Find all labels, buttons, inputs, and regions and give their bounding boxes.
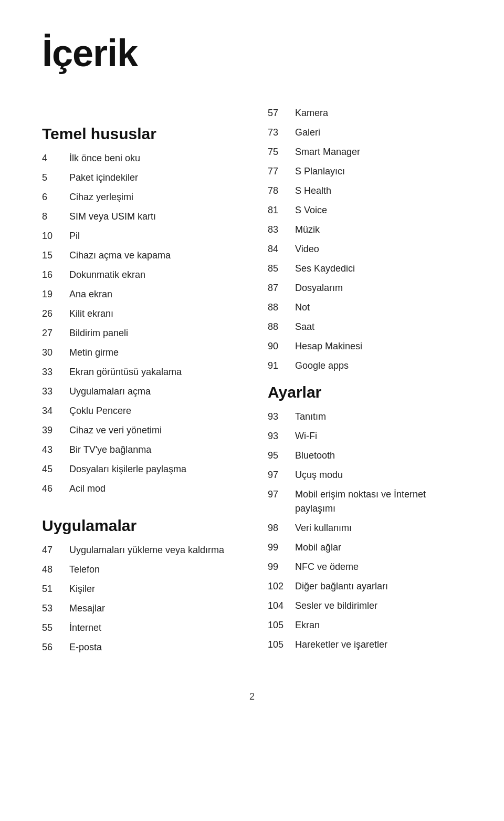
toc-number: 48 [42,563,69,577]
toc-label: S Voice [295,203,327,217]
toc-label: Mobil ağlar [295,541,341,555]
toc-label: Bildirim paneli [69,326,128,340]
list-item: 105Hareketler ve işaretler [268,638,462,652]
list-item: 8SIM veya USIM kartı [42,210,236,224]
page-title: İçerik [42,32,462,75]
toc-label: İlk önce beni oku [69,151,140,165]
list-item: 77S Planlayıcı [268,164,462,179]
toc-number: 33 [42,384,69,399]
toc-number: 75 [268,145,295,159]
toc-label: Ses Kaydedici [295,262,355,276]
toc-number: 93 [268,429,295,443]
toc-label: Not [295,300,310,315]
list-item: 53Mesajlar [42,601,236,616]
toc-label: Cihazı açma ve kapama [69,248,171,263]
list-item: 99Mobil ağlar [268,541,462,555]
list-item: 93Tanıtım [268,410,462,424]
list-item: 93Wi-Fi [268,429,462,443]
toc-label: Dosyalarım [295,281,343,295]
toc-label: S Health [295,184,331,198]
toc-label: Kişiler [69,582,95,596]
toc-number: 56 [42,640,69,654]
toc-label: SIM veya USIM kartı [69,210,156,224]
toc-number: 43 [42,443,69,457]
toc-label: Diğer bağlantı ayarları [295,579,388,594]
toc-number: 73 [268,126,295,140]
toc-number: 104 [268,599,295,613]
toc-label: Mesajlar [69,601,105,616]
toc-label: Tanıtım [295,410,326,424]
toc-label: Müzik [295,223,320,237]
toc-number: 19 [42,287,69,302]
toc-label: Acil mod [69,482,106,496]
toc-label: Ekran [295,618,320,632]
list-item: 75Smart Manager [268,145,462,159]
toc-number: 77 [268,164,295,179]
toc-number: 47 [42,543,69,557]
list-item: 6Cihaz yerleşimi [42,190,236,204]
toc-number: 45 [42,462,69,476]
list-item: 27Bildirim paneli [42,326,236,340]
toc-number: 83 [268,223,295,237]
left-column: Temel hususlar 4İlk önce beni oku5Paket … [42,106,236,660]
list-item: 34Çoklu Pencere [42,404,236,418]
list-item: 55İnternet [42,621,236,635]
toc-number: 99 [268,541,295,555]
toc-number: 33 [42,365,69,379]
toc-number: 57 [268,106,295,120]
toc-label: Sesler ve bildirimler [295,599,377,613]
toc-number: 93 [268,410,295,424]
list-item: 33Uygulamaları açma [42,384,236,399]
toc-number: 34 [42,404,69,418]
toc-label: Uygulamaları açma [69,384,151,399]
list-item: 15Cihazı açma ve kapama [42,248,236,263]
list-item: 99NFC ve ödeme [268,560,462,574]
toc-number: 85 [268,262,295,276]
toc-label: Video [295,242,319,256]
toc-label: Ana ekran [69,287,112,302]
toc-list-apps-continued: 57Kamera73Galeri75Smart Manager77S Planl… [268,106,462,373]
section-heading-temel: Temel hususlar [42,125,236,143]
toc-number: 6 [42,190,69,204]
list-item: 43Bir TV'ye bağlanma [42,443,236,457]
toc-label: Bir TV'ye bağlanma [69,443,151,457]
page-number: 2 [42,691,462,702]
list-item: 85Ses Kaydedici [268,262,462,276]
toc-label: Mobil erişim noktası ve İnternet paylaşı… [295,487,462,516]
toc-number: 8 [42,210,69,224]
list-item: 73Galeri [268,126,462,140]
toc-number: 27 [42,326,69,340]
toc-label: Wi-Fi [295,429,317,443]
toc-number: 88 [268,320,295,334]
toc-number: 51 [42,582,69,596]
toc-label: Veri kullanımı [295,521,352,535]
list-item: 47Uygulamaları yükleme veya kaldırma [42,543,236,557]
toc-label: NFC ve ödeme [295,560,359,574]
list-item: 91Google apps [268,359,462,373]
toc-number: 88 [268,300,295,315]
list-item: 78S Health [268,184,462,198]
toc-number: 10 [42,229,69,243]
toc-label: Smart Manager [295,145,360,159]
list-item: 88Saat [268,320,462,334]
list-item: 104Sesler ve bildirimler [268,599,462,613]
list-item: 5Paket içindekiler [42,171,236,185]
toc-number: 53 [42,601,69,616]
toc-label: İnternet [69,621,101,635]
toc-number: 105 [268,638,295,652]
section-temel-hususlar: Temel hususlar 4İlk önce beni oku5Paket … [42,125,236,496]
toc-label: Saat [295,320,314,334]
toc-label: Metin girme [69,346,119,360]
toc-label: Cihaz ve veri yönetimi [69,423,162,438]
section-heading-ayarlar: Ayarlar [268,383,462,401]
toc-label: Hareketler ve işaretler [295,638,387,652]
toc-list-uygulamalar: 47Uygulamaları yükleme veya kaldırma48Te… [42,543,236,654]
toc-number: 97 [268,468,295,482]
toc-label: Dokunmatik ekran [69,268,145,282]
list-item: 87Dosyalarım [268,281,462,295]
toc-number: 87 [268,281,295,295]
toc-label: S Planlayıcı [295,164,345,179]
toc-number: 16 [42,268,69,282]
list-item: 51Kişiler [42,582,236,596]
list-item: 4İlk önce beni oku [42,151,236,165]
